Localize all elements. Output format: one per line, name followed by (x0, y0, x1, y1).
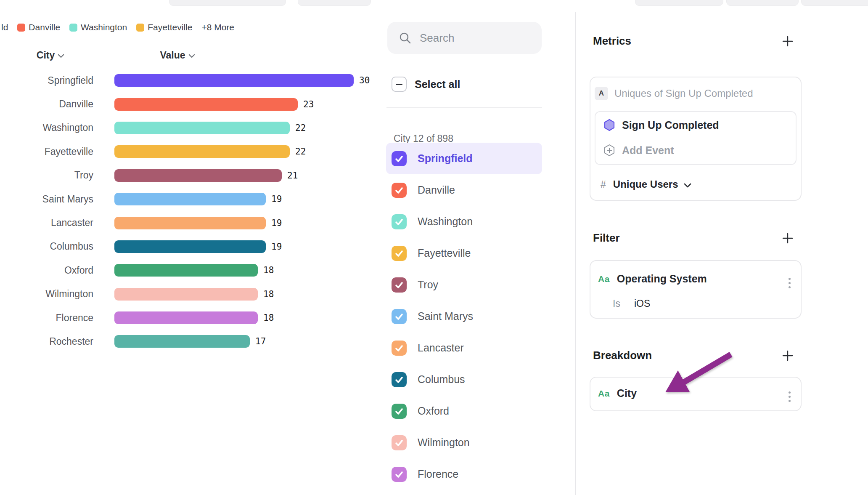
add-event-hexagon-plus-icon (604, 144, 615, 157)
top-tab-fragment (726, 0, 799, 6)
top-tab-fragment (801, 0, 868, 6)
legend-more-button[interactable]: +8 More (201, 22, 234, 32)
select-all-label: Select all (415, 78, 460, 90)
checkbox-checked[interactable] (392, 341, 407, 356)
plus-icon (781, 232, 794, 245)
filter-condition-row[interactable]: Is iOS (613, 298, 650, 309)
city-option-fayetteville[interactable]: Fayetteville (386, 237, 542, 269)
city-option-label: Saint Marys (418, 310, 473, 322)
legend-item-ld[interactable]: ld (1, 22, 8, 32)
checkbox-checked[interactable] (392, 246, 407, 261)
checkbox-checked[interactable] (392, 183, 407, 198)
chart-row-label: Oxford (0, 265, 93, 276)
chart-row-label: Rochester (0, 336, 93, 347)
chart-bar[interactable] (114, 169, 282, 182)
chart-bar-value: 17 (255, 336, 266, 346)
chart-bar-value: 30 (359, 75, 370, 85)
search-input[interactable] (419, 31, 526, 45)
chart-bar-value: 19 (271, 194, 282, 204)
city-option-wilmington[interactable]: Wilmington (386, 427, 542, 458)
plus-icon (781, 349, 794, 362)
chart-bar[interactable] (114, 122, 290, 134)
city-option-label: Oxford (418, 405, 449, 417)
chart-bar[interactable] (114, 193, 266, 205)
chart-row-florence: Florence18 (0, 306, 370, 330)
breakdown-property-row[interactable]: Aa City (598, 387, 637, 399)
filter-kebab-menu[interactable] (786, 275, 793, 291)
column-header-value[interactable]: Value (114, 50, 241, 61)
legend-color-chip (136, 24, 144, 32)
chart-bar-value: 18 (263, 265, 274, 275)
city-option-label: Lancaster (418, 342, 464, 354)
checkbox-checked[interactable] (392, 277, 407, 293)
chart-bar[interactable] (114, 288, 258, 301)
city-option-oxford[interactable]: Oxford (386, 395, 542, 427)
top-tab-fragment (169, 0, 286, 6)
add-event-label: Add Event (622, 144, 674, 157)
city-option-florence[interactable]: Florence (386, 458, 542, 490)
city-option-label: Columbus (418, 373, 465, 386)
check-icon (394, 280, 404, 290)
check-icon (394, 311, 404, 322)
chart-bar[interactable] (114, 311, 258, 324)
breakdown-kebab-menu[interactable] (786, 389, 793, 405)
legend-item-label: Danville (29, 22, 60, 32)
select-all-checkbox[interactable] (392, 77, 407, 92)
event-hexagon-icon (604, 119, 615, 131)
measure-selector[interactable]: # Unique Users (601, 178, 691, 190)
add-filter-button[interactable] (781, 232, 794, 245)
city-option-list: SpringfieldDanvilleWashingtonFayettevill… (386, 143, 542, 490)
metrics-section-header: Metrics (593, 35, 794, 48)
event-row[interactable]: Sign Up Completed (604, 119, 719, 131)
chart-bar[interactable] (114, 145, 290, 158)
indeterminate-dash-icon (396, 84, 402, 85)
chart-bar-value: 23 (303, 99, 314, 109)
legend-item-fayetteville[interactable]: Fayetteville (136, 22, 192, 32)
chart-bar[interactable] (114, 335, 250, 348)
chart-row-wilmington: Wilmington18 (0, 282, 370, 306)
search-box[interactable] (387, 22, 542, 54)
chart-row-danville: Danville23 (0, 92, 370, 116)
chart-bar-value: 19 (271, 242, 282, 252)
city-option-saint-marys[interactable]: Saint Marys (386, 301, 542, 332)
city-option-troy[interactable]: Troy (386, 269, 542, 301)
chart-bar[interactable] (114, 217, 266, 229)
add-event-button[interactable]: Add Event (604, 144, 674, 157)
chart-row-label: Wilmington (0, 288, 93, 300)
column-header-city[interactable]: City (0, 50, 101, 61)
chart-row-columbus: Columbus19 (0, 235, 370, 258)
add-breakdown-button[interactable] (781, 349, 794, 362)
chart-bar[interactable] (114, 74, 354, 87)
city-option-columbus[interactable]: Columbus (386, 364, 542, 395)
city-option-label: Wilmington (418, 436, 470, 449)
check-icon (394, 154, 404, 164)
checkbox-checked[interactable] (392, 404, 407, 419)
chart-bar[interactable] (114, 240, 266, 253)
city-option-springfield[interactable]: Springfield (386, 143, 542, 174)
chart-bar[interactable] (114, 264, 258, 277)
chart-row-label: Danville (0, 98, 93, 110)
chart-row-label: Lancaster (0, 217, 93, 229)
checkbox-checked[interactable] (392, 309, 407, 324)
city-option-label: Troy (418, 279, 438, 291)
filter-property-row[interactable]: Aa Operating System (598, 273, 707, 285)
legend-item-washington[interactable]: Washington (69, 22, 127, 32)
checkbox-checked[interactable] (392, 214, 407, 229)
checkbox-checked[interactable] (392, 151, 407, 166)
chevron-down-icon (188, 54, 195, 58)
metric-summary-label: Uniques of Sign Up Completed (614, 88, 753, 99)
chart-row-label: Saint Marys (0, 194, 93, 205)
chart-row-label: Florence (0, 312, 93, 324)
city-option-danville[interactable]: Danville (386, 174, 542, 206)
city-option-lancaster[interactable]: Lancaster (386, 332, 542, 364)
chart-row-label: Springfield (0, 75, 93, 86)
select-all-row[interactable]: Select all (392, 77, 460, 92)
legend-item-danville[interactable]: Danville (17, 22, 60, 32)
checkbox-checked[interactable] (392, 372, 407, 387)
chart-bar[interactable] (114, 98, 298, 111)
metrics-title: Metrics (593, 35, 631, 48)
checkbox-checked[interactable] (392, 467, 407, 482)
add-metric-button[interactable] (781, 35, 794, 48)
city-option-washington[interactable]: Washington (386, 206, 542, 237)
checkbox-checked[interactable] (392, 435, 407, 450)
